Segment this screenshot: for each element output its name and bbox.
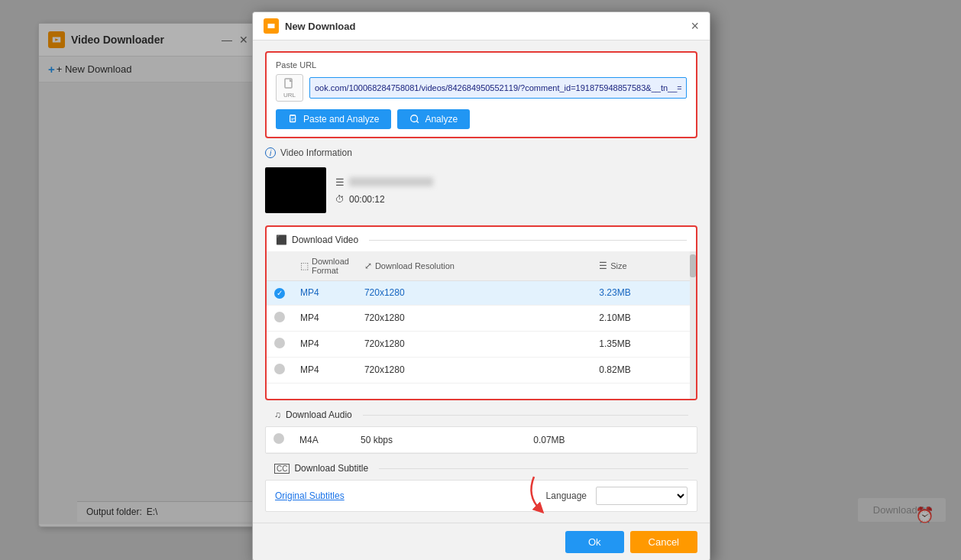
download-video-rows: ✓ MP4 720x1280 3.23MB MP4 720x1280 2.10M… [267, 281, 696, 384]
row-select-cell[interactable] [267, 305, 293, 331]
url-label: Paste URL [276, 60, 687, 70]
paste-and-analyze-button[interactable]: Paste and Analyze [276, 109, 391, 129]
url-input[interactable] [309, 77, 687, 99]
table-row[interactable]: MP4 720x1280 2.10MB [267, 305, 696, 331]
language-select[interactable]: English Spanish French [596, 487, 688, 505]
row-select-cell[interactable] [267, 357, 293, 383]
paste-analyze-label: Paste and Analyze [303, 114, 379, 125]
radio-unselected-icon[interactable] [274, 312, 285, 322]
original-subtitles-link[interactable]: Original Subtitles [275, 490, 345, 501]
video-info-header: i Video Information [265, 147, 697, 158]
col-format-label: Download Format [312, 257, 349, 275]
table-row[interactable]: MP4 720x1280 0.82MB [267, 357, 696, 383]
radio-unselected-icon[interactable] [274, 338, 285, 348]
subtitle-header-divider [379, 468, 688, 469]
info-icon: i [265, 147, 276, 158]
clock-icon: ⏱ [335, 194, 345, 205]
col-resolution-header: ⤢ Download Resolution [357, 251, 591, 281]
audio-format-cell: M4A [292, 427, 353, 453]
dialog-footer: Ok Cancel [253, 523, 710, 560]
download-subtitle-section: CC Download Subtitle Original Subtitles … [265, 463, 697, 512]
audio-header-divider [363, 415, 688, 416]
video-title-row: ☰ [335, 176, 433, 188]
analyze-button[interactable]: Analyze [397, 109, 470, 129]
video-thumbnail [265, 167, 326, 213]
audio-size-cell: 0.07MB [526, 427, 697, 453]
row-size-cell: 1.35MB [591, 331, 696, 357]
row-select-cell[interactable] [267, 331, 293, 357]
document-icon: ☰ [335, 176, 345, 188]
row-format-cell: MP4 [293, 305, 357, 331]
dialog-titlebar: New Download × [253, 12, 710, 40]
dialog-title: New Download [285, 21, 355, 32]
format-col-icon: ⬚ [300, 261, 309, 271]
row-size-cell: 0.82MB [591, 357, 696, 383]
url-btn-row: Paste and Analyze Analyze [276, 109, 687, 129]
download-subtitle-header: CC Download Subtitle [265, 463, 697, 480]
table-row[interactable]: MP4 720x1280 1.35MB [267, 331, 696, 357]
row-resolution-cell: 720x1280 [357, 305, 591, 331]
audio-select-cell[interactable] [266, 427, 292, 453]
analyze-icon [409, 114, 420, 125]
url-file-icon: URL [276, 74, 303, 102]
col-size-header: ☰ Size [591, 251, 696, 281]
video-duration-row: ⏱ 00:00:12 [335, 194, 433, 205]
url-input-row: URL [276, 74, 687, 102]
col-select [267, 251, 293, 281]
video-meta: ☰ ⏱ 00:00:12 [335, 176, 433, 205]
subtitle-content: Original Subtitles Language English Span… [265, 480, 697, 512]
row-format-cell: MP4 [293, 331, 357, 357]
row-size-cell: 3.23MB [591, 281, 696, 306]
audio-icon: ♫ [274, 409, 281, 420]
dialog-body: Paste URL URL Paste and Analyze Analyze [253, 40, 710, 523]
size-col-icon: ☰ [599, 261, 607, 271]
svg-rect-2 [291, 115, 294, 116]
download-video-label: Download Video [292, 235, 358, 245]
video-dl-icon: ⬛ [276, 235, 287, 245]
scrollbar-thumb[interactable] [690, 254, 696, 277]
subtitle-icon: CC [274, 464, 290, 474]
cancel-button[interactable]: Cancel [630, 531, 697, 553]
row-resolution-cell: 720x1280 [357, 331, 591, 357]
scrollbar-track[interactable] [690, 251, 696, 399]
download-audio-label: Download Audio [286, 409, 352, 420]
download-video-header: ⬛ Download Video [267, 235, 696, 251]
download-video-table-wrapper: ⬚ Download Format ⤢ Download Resolution [267, 251, 696, 399]
radio-unselected-icon[interactable] [274, 364, 285, 374]
col-size-label: Size [610, 261, 626, 270]
analyze-label: Analyze [425, 114, 458, 125]
video-duration: 00:00:12 [349, 194, 385, 205]
download-subtitle-label: Download Subtitle [294, 463, 368, 474]
language-label: Language [546, 490, 587, 501]
table-row[interactable]: ✓ MP4 720x1280 3.23MB [267, 281, 696, 306]
download-video-table: ⬚ Download Format ⤢ Download Resolution [267, 251, 696, 384]
video-info-content: ☰ ⏱ 00:00:12 [265, 164, 697, 216]
paste-icon [288, 114, 299, 125]
radio-selected-icon[interactable]: ✓ [274, 288, 285, 299]
row-resolution-cell: 720x1280 [357, 357, 591, 383]
row-resolution-cell: 720x1280 [357, 281, 591, 306]
table-header: ⬚ Download Format ⤢ Download Resolution [267, 251, 696, 281]
dialog-close-button[interactable]: × [691, 19, 699, 33]
download-audio-section: ♫ Download Audio M4A 50 kbps 0.07MB [265, 409, 697, 454]
download-video-section: ⬛ Download Video ⬚ Download Format [265, 225, 697, 400]
row-select-cell[interactable]: ✓ [267, 281, 293, 306]
resolution-col-icon: ⤢ [364, 261, 372, 271]
url-section: Paste URL URL Paste and Analyze Analyze [265, 51, 697, 138]
ok-button[interactable]: Ok [565, 531, 624, 553]
download-audio-table: M4A 50 kbps 0.07MB [266, 427, 697, 453]
table-row[interactable]: M4A 50 kbps 0.07MB [266, 427, 697, 453]
col-format-header: ⬚ Download Format [293, 251, 357, 281]
new-download-dialog: New Download × Paste URL URL Paste and A… [252, 11, 710, 560]
dialog-app-icon [264, 18, 279, 34]
row-format-cell: MP4 [293, 281, 357, 306]
download-audio-header: ♫ Download Audio [265, 409, 697, 426]
audio-rows: M4A 50 kbps 0.07MB [266, 427, 697, 453]
video-info-label: Video Information [280, 147, 352, 158]
radio-unselected-icon[interactable] [273, 433, 284, 444]
audio-table-wrapper: M4A 50 kbps 0.07MB [265, 426, 697, 454]
video-info-section: i Video Information ☰ ⏱ 00:00:12 [265, 147, 697, 216]
header-divider [369, 240, 687, 241]
row-size-cell: 2.10MB [591, 305, 696, 331]
row-format-cell: MP4 [293, 357, 357, 383]
